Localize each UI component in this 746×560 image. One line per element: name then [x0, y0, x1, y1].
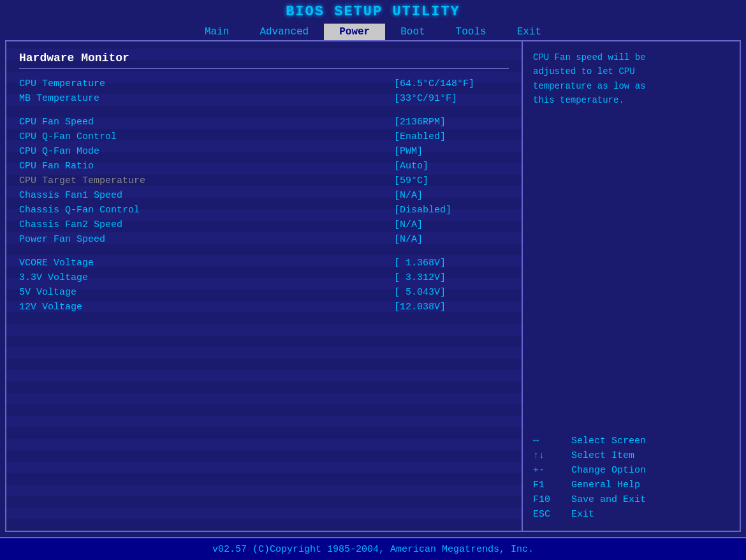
- setting-row: CPU Target Temperature [59°C]: [19, 173, 509, 188]
- setting-row: Chassis Fan2 Speed [N/A]: [19, 217, 509, 232]
- setting-row: CPU Q-Fan Mode [PWM]: [19, 144, 509, 159]
- setting-row: Power Fan Speed [N/A]: [19, 232, 509, 247]
- key-symbol-f1: F1: [533, 480, 571, 490]
- setting-label: MB Temperature: [19, 93, 99, 104]
- setting-value: [33°C/91°F]: [394, 93, 509, 104]
- setting-row: Chassis Fan1 Speed [N/A]: [19, 188, 509, 203]
- setting-label: Chassis Fan1 Speed: [19, 190, 122, 201]
- cpu-fan-ratio-row[interactable]: CPU Fan Ratio [Auto]: [19, 159, 509, 173]
- setting-value: [12.038V]: [394, 302, 509, 313]
- tab-boot[interactable]: Boot: [385, 24, 440, 40]
- setting-label: CPU Target Temperature: [19, 175, 145, 186]
- key-symbol-plusminus: +-: [533, 465, 571, 476]
- setting-value: [ 1.368V]: [394, 258, 509, 269]
- title-bar: BIOS SETUP UTILITY MainAdvancedPowerBoot…: [0, 0, 746, 40]
- setting-row: 12V Voltage [12.038V]: [19, 300, 509, 314]
- key-symbol-arrows: ↔: [533, 436, 571, 446]
- spacer: [19, 247, 509, 256]
- setting-row: 5V Voltage [ 5.043V]: [19, 285, 509, 300]
- key-desc-esc-exit: Exit: [571, 509, 594, 520]
- setting-value: [ 3.312V]: [394, 272, 509, 283]
- setting-value: [N/A]: [394, 234, 509, 245]
- setting-row: CPU Fan Speed [2136RPM]: [19, 115, 509, 129]
- setting-label: CPU Fan Speed: [19, 117, 94, 128]
- section-title: Hardware Monitor: [19, 52, 509, 64]
- footer-text: v02.57 (C)Copyright 1985-2004, American …: [212, 544, 534, 555]
- setting-label: CPU Q-Fan Mode: [19, 146, 99, 157]
- key-row-general-help: F1 General Help: [533, 478, 729, 492]
- setting-value: [N/A]: [394, 219, 509, 230]
- setting-row: CPU Temperature [64.5°C/148°F]: [19, 77, 509, 91]
- setting-value: [ 5.043V]: [394, 287, 509, 298]
- setting-label: Chassis Q-Fan Control: [19, 205, 140, 216]
- right-panel: CPU Fan speed will be adjusted to let CP…: [523, 41, 740, 531]
- tab-power[interactable]: Power: [324, 24, 385, 40]
- divider: [19, 68, 509, 69]
- setting-row: CPU Q-Fan Control [Enabled]: [19, 129, 509, 144]
- key-help-section: ↔ Select Screen ↑↓ Select Item +- Change…: [533, 434, 729, 522]
- key-desc-save-exit: Save and Exit: [571, 494, 646, 505]
- setting-label: 5V Voltage: [19, 287, 77, 298]
- key-row-select-item: ↑↓ Select Item: [533, 448, 729, 463]
- key-row-save-exit: F10 Save and Exit: [533, 492, 729, 507]
- bios-title: BIOS SETUP UTILITY: [286, 4, 460, 20]
- setting-label: Power Fan Speed: [19, 234, 105, 245]
- key-row-select-screen: ↔ Select Screen: [533, 434, 729, 448]
- cpu-fan-ratio-value: [Auto]: [394, 161, 509, 172]
- setting-row: MB Temperature [33°C/91°F]: [19, 91, 509, 106]
- setting-row: VCORE Voltage [ 1.368V]: [19, 256, 509, 270]
- setting-label: CPU Q-Fan Control: [19, 131, 117, 142]
- spacer: [19, 106, 509, 115]
- key-row-esc-exit: ESC Exit: [533, 507, 729, 522]
- setting-value: [Enabled]: [394, 131, 509, 142]
- key-desc-select-item: Select Item: [571, 450, 634, 461]
- setting-label: Chassis Fan2 Speed: [19, 219, 122, 230]
- main-content: Hardware Monitor CPU Temperature [64.5°C…: [5, 40, 741, 532]
- setting-label: VCORE Voltage: [19, 258, 94, 269]
- setting-row: Chassis Q-Fan Control [Disabled]: [19, 203, 509, 217]
- setting-value: [N/A]: [394, 190, 509, 201]
- key-symbol-esc: ESC: [533, 509, 571, 520]
- setting-label: 3.3V Voltage: [19, 272, 88, 283]
- tab-row: MainAdvancedPowerBootToolsExit: [0, 24, 746, 40]
- setting-row: 3.3V Voltage [ 3.312V]: [19, 270, 509, 285]
- setting-value: [PWM]: [394, 146, 509, 157]
- help-text: CPU Fan speed will be adjusted to let CP…: [533, 50, 729, 108]
- setting-value: [Disabled]: [394, 205, 509, 216]
- setting-value: [2136RPM]: [394, 117, 509, 128]
- footer: v02.57 (C)Copyright 1985-2004, American …: [0, 537, 746, 560]
- bios-screen: BIOS SETUP UTILITY MainAdvancedPowerBoot…: [0, 0, 746, 560]
- key-row-change-option: +- Change Option: [533, 463, 729, 478]
- cpu-fan-ratio-label: CPU Fan Ratio: [19, 161, 94, 172]
- tab-main[interactable]: Main: [189, 24, 244, 40]
- key-symbol-f10: F10: [533, 494, 571, 505]
- left-panel: Hardware Monitor CPU Temperature [64.5°C…: [6, 41, 523, 531]
- setting-value: [59°C]: [394, 175, 509, 186]
- key-desc-change-option: Change Option: [571, 465, 646, 476]
- key-desc-general-help: General Help: [571, 480, 640, 490]
- tab-tools[interactable]: Tools: [441, 24, 502, 40]
- key-symbol-updown: ↑↓: [533, 450, 571, 461]
- key-desc-select-screen: Select Screen: [571, 436, 646, 446]
- tab-advanced[interactable]: Advanced: [244, 24, 324, 40]
- setting-label: 12V Voltage: [19, 302, 82, 313]
- setting-label: CPU Temperature: [19, 78, 105, 89]
- setting-value: [64.5°C/148°F]: [394, 78, 509, 89]
- tab-exit[interactable]: Exit: [502, 24, 557, 40]
